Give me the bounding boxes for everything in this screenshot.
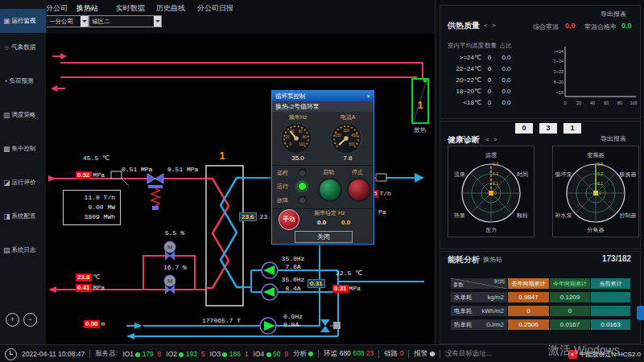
alarm-dot-icon (430, 352, 435, 356)
radar-tick: 0 (494, 191, 497, 195)
stop-button[interactable] (347, 178, 371, 202)
forecast-icon: ◔ (3, 77, 7, 85)
online-dot-icon (135, 352, 140, 357)
motor-valve-top-icon[interactable]: M (164, 241, 175, 261)
motor-valve-bottom-icon[interactable]: M (164, 275, 175, 294)
chevron-down-icon[interactable] (154, 16, 161, 27)
heat-exchanger-icon[interactable]: 1 (206, 150, 243, 306)
secondary-return-temp: 22.5 ℃ (336, 269, 362, 277)
radiator-icon[interactable]: 1 散热 (412, 79, 428, 134)
circulation-pump-1-icon[interactable] (262, 262, 278, 278)
sidebar-item-run-evaluation[interactable]: ◪ 运行评价 (0, 171, 46, 195)
quality-row-pct: 0.0 (499, 76, 514, 84)
quality-row-range: 20~22℃ (448, 76, 481, 84)
tab-realtime-data[interactable]: 实时数据 (116, 3, 145, 14)
zoom-out-button[interactable]: − (23, 313, 37, 327)
alarm-marquee: 没有目标选址... (445, 349, 492, 359)
supply-pressure-unit: MPa (93, 171, 105, 179)
sidebar-item-label: 调度策略 (12, 111, 36, 119)
close-icon[interactable]: × (367, 91, 370, 101)
pager-next-icon[interactable]: > (493, 136, 500, 143)
quality-row-count: 0 (483, 88, 496, 95)
energy-value: 0.0167 (550, 319, 590, 330)
secondary-flow-unit: T/h (379, 190, 390, 197)
makeup-pump-icon[interactable] (260, 318, 276, 334)
gauge-tick: 150 (335, 134, 341, 138)
online-dot-icon (179, 352, 184, 357)
tab-history-curve[interactable]: 历史曲线 (156, 3, 185, 14)
quality-row-count: 0 (483, 76, 496, 84)
current-gauge: 0 150 300 450 600 (324, 121, 372, 154)
energy-row-param: 热单耗GJ/m2 (451, 319, 507, 330)
gauge-tick: 80 (302, 135, 307, 139)
radar-tick: 0.1 (493, 181, 498, 186)
energy-col-current: 当前累计 (591, 278, 630, 289)
motor-label: M (167, 244, 173, 251)
stop-button-label: 停止 (343, 168, 372, 176)
scada-screen: 分公司 换热站 实时数据 历史曲线 分公司日报 一分公司 城区二 ▣ 运行监视 … (0, 0, 644, 362)
quality-row-range: >=24℃ (448, 54, 481, 61)
gauge1-value: 35.0 (274, 154, 322, 162)
energy-panel-subtitle: 换热站 (483, 255, 502, 264)
sidebar-item-label: 集中控制 (12, 145, 36, 153)
chart-xtick: 20 (576, 101, 581, 105)
return-pressure-alarm: 0.41 (76, 284, 92, 292)
sidebar-item-dispatch-strategy[interactable]: ▥ 调度策略 (0, 103, 46, 127)
energy-col-last-year: 去年同期累计 (508, 278, 549, 289)
tab-branch-report[interactable]: 分公司日报 (197, 3, 233, 14)
status-bar: 2022-04-11 10:08:47 服务器: IO1 179 8 IO2 1… (0, 344, 644, 362)
chevron-down-icon[interactable] (80, 16, 88, 27)
sidebar-item-central-control[interactable]: ▦ 集中控制 (0, 137, 46, 161)
radiator-id: 1 (417, 99, 423, 111)
health-export-report-link[interactable]: 导出报表 (601, 134, 626, 143)
tab-branch[interactable]: 分公司 (46, 3, 68, 14)
radar-axis-label: 板换器 (619, 171, 637, 178)
energy-row-param: 水单耗kg/m2 (451, 292, 507, 302)
sidebar-item-system-log[interactable]: ▤ 系统日志 (0, 238, 46, 262)
sidebar-item-system-config[interactable]: ◨ 系统配置 (0, 204, 46, 228)
station-select[interactable]: 城区二 (89, 15, 162, 27)
company-select-value: 一分公司 (49, 18, 73, 25)
quality-row-range: <18℃ (448, 99, 481, 106)
manual-mode-button[interactable]: 手动 (279, 209, 299, 230)
circulation-pump-2-icon[interactable] (262, 284, 278, 300)
param-name: 电单耗 (454, 307, 473, 315)
radar-axis-label: 温度 (485, 152, 497, 158)
corner-time-label: 时间 (494, 278, 505, 286)
gauge-tick: 300 (343, 129, 349, 133)
avg-room-temp-value: 0.0 (565, 22, 576, 30)
chart-ylabel: <18 (556, 90, 564, 95)
sidebar-item-weather-data[interactable]: ☼ 气象数据 (0, 35, 46, 60)
start-button-label: 启动 (314, 168, 343, 176)
setpoint-section: 手动 频率给定 Hz 0.0 0.0 (272, 208, 374, 229)
sidebar-item-label: 运行评价 (12, 179, 36, 187)
radar-axis-label: 补水泵 (555, 212, 572, 218)
pager-prev-icon[interactable]: < (484, 22, 490, 29)
pager-next-icon[interactable]: > (492, 22, 498, 29)
energy-value: 0 (508, 306, 549, 316)
quality-export-report-link[interactable]: 导出报表 (601, 10, 626, 19)
pager-prev-icon[interactable]: < (485, 136, 492, 143)
sidebar-item-load-forecast[interactable]: ◔ 负荷预测 (0, 69, 46, 93)
setpoint-input[interactable]: 0.0 (341, 219, 350, 226)
dialog-title: 循环泵控制 (275, 91, 306, 101)
pressure-after: 0.51 MPa (167, 166, 198, 173)
sidebar-item-label: 运行监视 (12, 17, 36, 25)
setpoint-label: 频率给定 Hz (314, 209, 345, 217)
flow-sensor-icon (376, 174, 386, 181)
start-button[interactable] (318, 178, 342, 202)
company-select[interactable]: 一分公司 (46, 15, 89, 27)
sidebar-item-run-monitor[interactable]: ▣ 运行监视 (0, 9, 46, 33)
quality-row-count: 0 (483, 65, 496, 72)
weather-icon: ☼ (3, 43, 10, 51)
valve-top-percent: 5.5 % (165, 229, 184, 237)
energy-value: 0.2506 (508, 319, 549, 330)
drawer-handle[interactable] (637, 306, 644, 320)
chart-ylabel: 22~24 (554, 59, 564, 64)
makeup-level-unit: m (101, 320, 105, 327)
room-temp-bar-chart: >=24 22~24 20~22 18~20 <18 0 20 40 60 80… (554, 43, 639, 111)
dialog-title-bar[interactable]: 循环泵控制 × (272, 91, 374, 101)
dialog-close-button[interactable]: 关闭 (295, 231, 353, 243)
corner-param-label: 参数 (453, 282, 464, 289)
zoom-in-button[interactable]: + (6, 313, 19, 327)
